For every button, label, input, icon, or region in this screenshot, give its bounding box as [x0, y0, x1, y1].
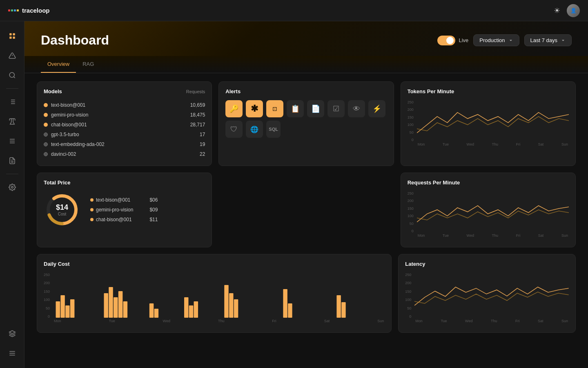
model-count-3: 17 — [200, 132, 205, 137]
latency-x-axis: Mon Tue Wed Thu Fri Sat Sun — [414, 319, 569, 323]
legend-dot-2 — [90, 218, 94, 221]
model-row-3: gpt-3.5-turbo 17 — [44, 130, 205, 139]
tab-rag[interactable]: RAG — [76, 56, 100, 73]
tokens-per-minute-card: Tokens Per Minute 250 200 150 100 50 0 — [401, 81, 576, 166]
alerts-title: Alerts — [225, 88, 387, 94]
svg-rect-37 — [184, 297, 188, 318]
sidebar-item-more[interactable] — [4, 345, 20, 361]
alert-icon-globe[interactable]: 🌐 — [246, 121, 263, 138]
model-name-4: text-embedding-ada-002 — [51, 141, 105, 147]
model-name-0: text-bison@001 — [51, 102, 85, 108]
theme-toggle-button[interactable]: ☀ — [554, 6, 560, 15]
requests-per-minute-card: Requests Per Minute 250 200 150 100 50 0 — [401, 173, 576, 247]
donut-amount: $14 — [56, 203, 68, 212]
sidebar-item-search[interactable] — [4, 67, 20, 83]
svg-rect-0 — [9, 33, 11, 35]
sidebar-item-logs[interactable] — [4, 94, 20, 110]
tokens-x-axis: Mon Tue Wed Thu Fri Sat Sun — [417, 142, 569, 146]
legend-name-1: gemini-pro-vision — [96, 207, 133, 213]
models-requests-label: Requests — [186, 89, 205, 94]
model-dot-3 — [44, 132, 48, 137]
toggle-knob — [446, 37, 454, 44]
legend-row-0: text-bison@001 $06 — [90, 197, 158, 203]
legend-val-0: $06 — [149, 197, 158, 203]
svg-rect-26 — [56, 301, 60, 318]
svg-line-7 — [13, 76, 15, 78]
daily-cost-card: Daily Cost 250 200 150 100 50 0 — [37, 254, 392, 333]
requests-x-axis: Mon Tue Wed Thu Fri Sat Sun — [417, 233, 569, 238]
svg-rect-36 — [154, 309, 158, 318]
alert-icon-asterisk[interactable]: ✱ — [246, 100, 263, 117]
price-inner: $14 Cost text-bison@001 $06 gemini-pro-v… — [44, 191, 205, 228]
svg-rect-27 — [60, 295, 65, 318]
model-count-4: 19 — [200, 141, 205, 147]
tokens-y-axis: 250 200 150 100 50 0 — [408, 100, 414, 149]
sidebar-item-settings[interactable] — [4, 179, 20, 195]
svg-rect-34 — [123, 301, 127, 318]
page-title: Dashboard — [41, 33, 109, 48]
model-row-0: text-bison@001 10,659 — [44, 100, 205, 110]
svg-rect-3 — [13, 37, 15, 39]
model-count-0: 10,659 — [190, 102, 205, 108]
daily-cost-x-axis: Mon Tue Wed Thu Fri Sat Sun — [53, 319, 385, 323]
total-price-card: Total Price $ — [37, 173, 212, 247]
alert-icon-document[interactable]: 📄 — [307, 100, 324, 117]
svg-rect-42 — [234, 299, 238, 318]
alert-icon-filter[interactable]: ⚡ — [368, 100, 385, 117]
alert-icon-eye[interactable]: 👁 — [348, 100, 365, 117]
alert-icon-key[interactable]: 🔑 — [225, 100, 243, 117]
legend-row-2: chat-bison@001 $11 — [90, 217, 158, 222]
requests-y-axis: 250 200 150 100 50 0 — [408, 191, 414, 240]
dashboard-tabs: Overview RAG — [24, 56, 588, 73]
alert-icon-frame[interactable]: ⊡ — [266, 100, 283, 117]
tab-overview[interactable]: Overview — [41, 56, 76, 73]
svg-point-6 — [9, 72, 14, 77]
logo-text: traceloop — [22, 7, 50, 14]
svg-rect-40 — [224, 285, 228, 318]
sidebar-item-reports[interactable] — [4, 153, 20, 169]
dashboard-controls: Live Production Last 7 days — [437, 34, 572, 46]
model-row-2: chat-bison@001 28,717 — [44, 120, 205, 130]
environment-dropdown[interactable]: Production — [473, 34, 519, 46]
sidebar-item-dashboard[interactable] — [4, 28, 20, 44]
alert-icon-shield[interactable]: 🛡 — [225, 121, 243, 138]
legend-dot-0 — [90, 198, 94, 202]
svg-rect-38 — [189, 305, 193, 318]
requests-title: Requests Per Minute — [408, 180, 569, 186]
donut-label: $14 Cost — [56, 203, 68, 216]
svg-rect-28 — [65, 305, 69, 318]
svg-rect-1 — [13, 33, 15, 35]
alerts-card: Alerts 🔑 ✱ ⊡ 📋 📄 ☑ 👁 ⚡ 🛡 🌐 SQL — [218, 81, 394, 166]
svg-point-19 — [11, 186, 13, 188]
sidebar-item-tasks[interactable] — [4, 133, 20, 149]
tokens-chart-svg — [417, 100, 569, 141]
environment-value: Production — [479, 37, 505, 43]
model-name-3: gpt-3.5-turbo — [51, 132, 79, 137]
sidebar-item-deploy[interactable] — [4, 325, 20, 342]
latency-y-axis: 250 200 150 100 50 0 — [405, 273, 411, 326]
latency-chart-svg — [414, 273, 569, 318]
latency-title: Latency — [405, 261, 569, 267]
svg-rect-46 — [341, 302, 345, 318]
svg-rect-35 — [149, 303, 154, 318]
models-title: Models — [44, 88, 62, 94]
time-range-dropdown[interactable]: Last 7 days — [524, 34, 572, 46]
models-list: text-bison@001 10,659 gemini-pro-vision … — [44, 100, 205, 159]
model-dot-0 — [44, 103, 48, 107]
model-name-5: davinci-002 — [51, 151, 76, 157]
sidebar-item-experiments[interactable] — [4, 113, 20, 130]
svg-rect-29 — [70, 299, 74, 318]
user-avatar[interactable]: 👤 — [567, 4, 580, 17]
alert-icon-clipboard[interactable]: 📋 — [287, 100, 304, 117]
live-toggle[interactable] — [437, 36, 455, 45]
legend-val-1: $09 — [149, 207, 158, 213]
dashboard-body: Models Requests text-bison@001 10,659 ge… — [24, 73, 588, 368]
sidebar — [0, 21, 24, 368]
alert-icon-sql[interactable]: SQL — [266, 121, 281, 138]
content-area: Dashboard Live Production Last 7 days — [24, 21, 588, 368]
alert-icon-check[interactable]: ☑ — [327, 100, 345, 117]
sidebar-item-alerts[interactable] — [4, 47, 20, 64]
live-toggle-wrap: Live — [437, 36, 468, 45]
price-legend: text-bison@001 $06 gemini-pro-vision $09… — [90, 197, 158, 222]
sidebar-divider-1 — [6, 88, 18, 89]
